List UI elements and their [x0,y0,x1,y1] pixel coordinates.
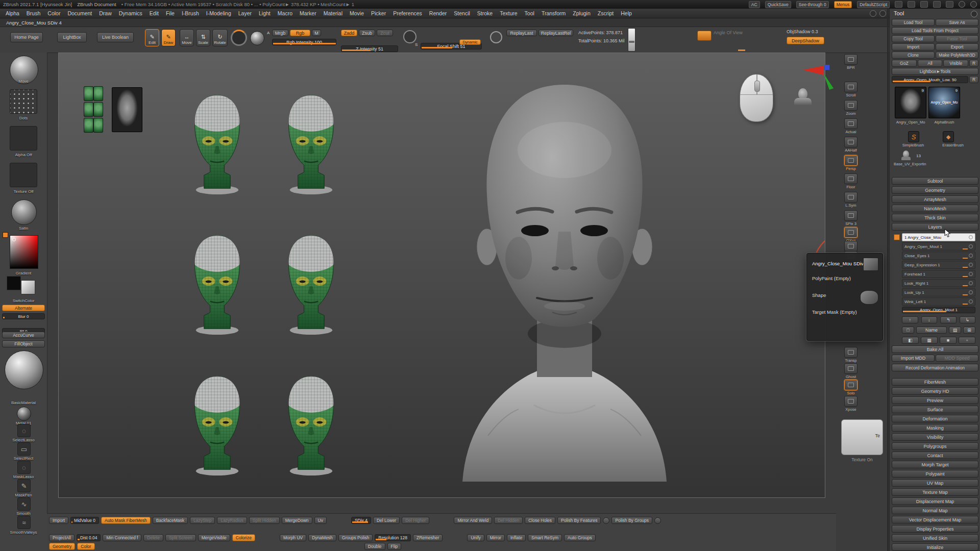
layer-eye-icon[interactable] [969,290,973,294]
bake-all-button[interactable]: Bake All [892,345,978,353]
deep-shadow-button[interactable]: DeepShadow [787,37,824,44]
shelf-item-solo[interactable]: Solo [842,380,860,395]
section-subtool[interactable]: Subtool [892,177,978,185]
dynamic-toggle[interactable]: Dynamic [459,39,481,45]
move-button[interactable]: ↔Move [180,29,194,46]
select-rect-icon[interactable]: ▭ [17,442,31,456]
menu-macro[interactable]: Macro [274,10,296,16]
menu-file[interactable]: File [162,10,178,16]
lazyradius-button[interactable]: LazyRadius [217,517,247,524]
section-thick-skin[interactable]: Thick Skin [892,214,978,221]
current-stroke-icon[interactable] [250,31,264,45]
section-texture-map[interactable]: Texture Map [892,488,978,496]
min-connected-f-button[interactable]: Min Connected f [103,534,141,541]
menu-render[interactable]: Render [426,10,450,16]
accucurve-button[interactable]: AccuCurve [2,332,45,338]
close-holes-button[interactable]: Close Holes [525,517,555,524]
window-icon-4[interactable] [933,1,941,8]
section-preview[interactable]: Preview [892,396,978,404]
zremesher-button[interactable]: ZRemesher [413,534,443,541]
menu-brush[interactable]: Brush [23,10,44,16]
shelf-item-floor[interactable]: Floor [842,173,860,189]
live-boolean-button[interactable]: Live Boolean [97,32,134,42]
angle-of-view-label[interactable]: Angle Of View [714,30,743,35]
color-button[interactable]: Color [77,543,94,550]
solo-icon[interactable] [844,380,857,390]
smooth-brush-icon[interactable]: ∿ [17,497,31,511]
projectall-button[interactable]: ProjectAll [49,534,75,541]
edit-button[interactable]: ✎Edit [145,29,159,46]
aahalf-icon[interactable] [844,137,857,147]
layer-solid-icon[interactable]: ■ [940,337,957,344]
alternate-button[interactable]: Alternate [2,305,45,311]
layer-down-button[interactable]: ↓ [921,316,938,323]
ghost-icon[interactable] [844,363,857,374]
delete-button[interactable]: Delete [143,534,163,541]
midvalue-0-slider[interactable]: MidValue 0 [70,517,99,524]
mdd-speed-button[interactable]: MDD Speed [936,355,978,362]
layer-duplicate-button[interactable]: ↰ [940,316,957,323]
menu-texture[interactable]: Texture [496,10,521,16]
section-visibility[interactable]: Visibility [892,433,978,441]
menu-help[interactable]: Help [617,10,635,16]
section-initialize[interactable]: Initialize [892,543,978,551]
layer-row-angry-open-mout-1[interactable]: Angry_Open_Mout 1 [902,242,975,251]
dist-0-04-slider[interactable]: Dist 0.04 [77,534,101,541]
layer-eye-icon[interactable] [969,235,973,239]
layer-name-button[interactable]: Name [916,327,947,334]
obj-shadow-readout[interactable]: ObjShadow 0.3 [787,29,818,34]
axis-gizmo[interactable] [802,65,835,91]
polish-by-groups-button[interactable]: Polish By Groups [611,517,652,524]
current-color-chip[interactable] [3,232,8,238]
sdiv-4-slider[interactable]: SDiv 4 [351,517,371,524]
viewport-3d-render[interactable] [59,53,825,497]
see-through-slider[interactable]: See-through 0 [796,1,829,8]
section-unified-skin[interactable]: Unified Skin [892,534,978,542]
menu-light[interactable]: Light [255,10,274,16]
shelf-item-ghost[interactable]: Ghost [842,363,860,379]
groups-polish-button[interactable]: Groups Polish [338,534,373,541]
replay-last-button[interactable]: ReplayLast [506,30,537,36]
load-tool-button[interactable]: Load Tool [892,19,935,26]
main-color-swatch[interactable] [7,276,21,290]
context-item-target-mask-empty[interactable]: Target Mask (Empty) [812,304,883,320]
save-as-button[interactable]: Save As [936,19,978,26]
make-polymesh3d-button[interactable]: Make PolyMesh3D [936,52,978,59]
layer-row-look-right-1[interactable]: Look_Right 1 [902,279,975,287]
shelf-item-scroll[interactable]: Scroll [842,82,860,97]
vertical-slider[interactable] [628,28,635,52]
current-brush-icon[interactable] [231,30,247,46]
layer-grid-icon[interactable]: ▦ [921,337,938,344]
focal-ring-icon[interactable] [403,30,416,43]
zadd-button[interactable]: Zadd [341,30,357,36]
base-tool-icon[interactable] [901,151,911,160]
tray-toggle-left-icon[interactable] [959,1,965,8]
geometry-button[interactable]: Geometry [49,543,75,550]
menu-transform[interactable]: Transform [538,10,569,16]
layer-row-deep-expression-1[interactable]: Deep_Expression 1 [902,261,975,269]
section-fibermesh[interactable]: FiberMesh [892,378,978,386]
record-deformation-button[interactable]: Record Deformation Animation [892,364,978,371]
layer-new-icon[interactable]: □ [902,327,914,334]
r-button[interactable]: R [969,60,978,67]
layer-eye-icon[interactable] [969,281,973,285]
shelf-item-aahalf[interactable]: AAHalf [842,137,860,153]
window-icon-5[interactable] [946,1,953,8]
section-deformation[interactable]: Deformation [892,415,978,422]
smooth-valleys-icon[interactable]: ≈ [17,516,31,529]
lightbox-button[interactable]: LightBox [57,32,87,42]
scale-button[interactable]: ⇅Scale [196,29,210,46]
layer-add-icon[interactable]: ⊞ [963,327,975,334]
metal-material-icon[interactable] [17,407,31,421]
section-vector-displacement-map[interactable]: Vector Displacement Map [892,516,978,523]
split-screen-button[interactable]: Split Screen [165,534,196,541]
bpr-icon[interactable] [844,54,857,65]
active-tool-thumbnail[interactable]: 9 [895,87,926,118]
layer-row-wink-left-1[interactable]: Wink_Left 1 [902,297,975,306]
satin-material-icon[interactable] [11,199,37,225]
layer-eye-icon[interactable] [969,272,973,276]
section-displacement-map[interactable]: Displacement Map [892,497,978,505]
visible-button[interactable]: Visible [943,60,968,67]
zcut-button[interactable]: Zcut [377,30,393,36]
rgb-intensity-slider[interactable]: Rgb Intensity 100 [272,39,336,45]
